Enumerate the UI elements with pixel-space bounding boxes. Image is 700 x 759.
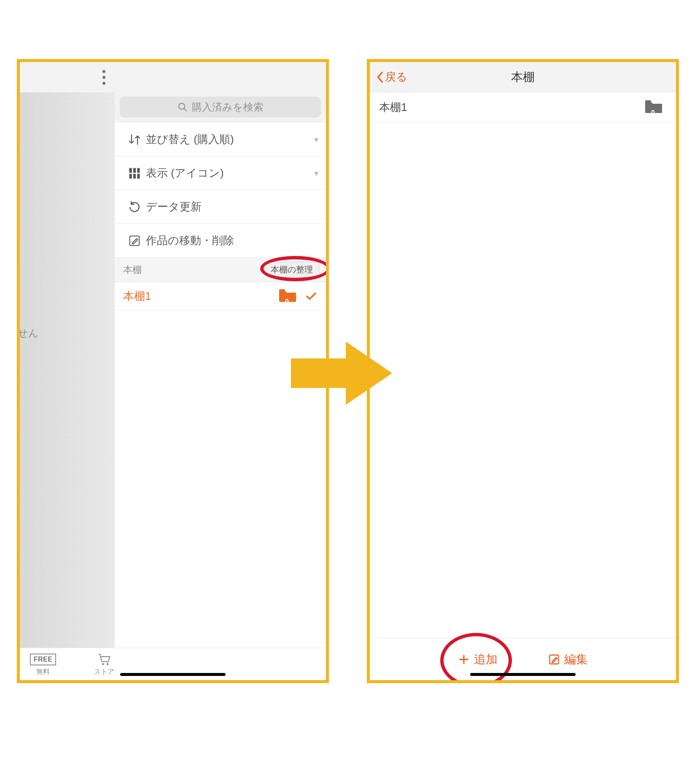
chevron-left-icon [377,71,384,83]
page-title: 本棚 [511,69,535,85]
free-icon: FREE [30,654,57,665]
screenshot-right: 戻る 本棚 本棚1 0 追加 編集 [367,59,679,683]
organize-shelf-button[interactable]: 本棚の整理 [264,262,319,277]
bottom-action-bar: 追加 編集 [370,638,676,680]
svg-rect-12 [645,100,651,103]
bottom-tab-bar: FREE 無料 ストア [20,648,326,680]
search-placeholder: 購入済みを検索 [192,100,264,114]
top-bar [20,62,326,92]
svg-rect-2 [129,168,132,172]
check-icon [305,290,318,303]
tab-store[interactable]: ストア [66,652,142,676]
kebab-menu-icon[interactable] [102,70,105,85]
add-label: 追加 [474,651,498,667]
svg-rect-5 [129,174,132,178]
menu-item-sort[interactable]: 並び替え (購入順) ▾ [115,123,326,156]
edit-label: 編集 [564,651,588,667]
side-menu-panel: 購入済みを検索 並び替え (購入順) ▾ 表示 (アイコン) ▾ データ更新 作… [115,92,326,648]
chevron-down-icon: ▾ [314,168,318,178]
folder-count: 0 [651,109,655,117]
tab-free[interactable]: FREE 無料 [20,652,66,676]
svg-rect-4 [137,168,140,172]
edit-button[interactable]: 編集 [548,651,588,667]
menu-item-label: 並び替え (購入順) [146,132,234,147]
shelf-name: 本棚1 [123,289,274,304]
menu-item-refresh[interactable]: データ更新 [115,190,326,224]
edit-icon [548,654,560,665]
edit-icon [128,234,141,247]
back-button[interactable]: 戻る [377,70,407,84]
tab-label: 無料 [20,667,66,676]
svg-point-10 [102,663,104,665]
background-dim-layer[interactable]: せん [20,92,115,648]
folder-icon: 0 [644,100,667,116]
sort-icon [127,132,142,147]
menu-item-move-delete[interactable]: 作品の移動・削除 [115,224,326,258]
menu-item-label: 作品の移動・削除 [146,233,234,248]
menu-item-label: 表示 (アイコン) [146,166,224,180]
back-label: 戻る [385,70,407,84]
shelf-section-header: 本棚 本棚の整理 [115,258,326,282]
folder-count: 0 [285,298,289,306]
search-input[interactable]: 購入済みを検索 [120,97,321,118]
grid-icon [128,167,141,180]
shelf-row[interactable]: 本棚1 0 [115,282,326,311]
svg-rect-9 [279,289,285,292]
cropped-background-text: せん [18,326,39,340]
screenshot-left: せん 購入済みを検索 並び替え (購入順) ▾ 表示 (アイコン) ▾ [17,59,329,683]
svg-rect-3 [133,168,136,172]
refresh-icon [128,200,141,214]
nav-bar: 戻る 本棚 [370,62,676,92]
shelf-name: 本棚1 [379,100,407,115]
home-indicator[interactable] [120,673,226,676]
chevron-down-icon: ▾ [314,135,318,145]
menu-item-label: データ更新 [146,199,202,214]
cart-icon [97,653,111,666]
section-title: 本棚 [123,264,142,276]
svg-point-11 [107,663,109,665]
svg-line-1 [184,109,186,111]
home-indicator[interactable] [470,673,576,676]
svg-rect-7 [137,174,140,178]
plus-icon [458,654,470,665]
search-icon [178,102,188,112]
shelf-list-row[interactable]: 本棚1 0 [370,92,676,123]
menu-item-view[interactable]: 表示 (アイコン) ▾ [115,156,326,190]
add-button[interactable]: 追加 [458,651,498,667]
svg-rect-6 [133,174,136,178]
folder-icon: 0 [278,288,301,304]
